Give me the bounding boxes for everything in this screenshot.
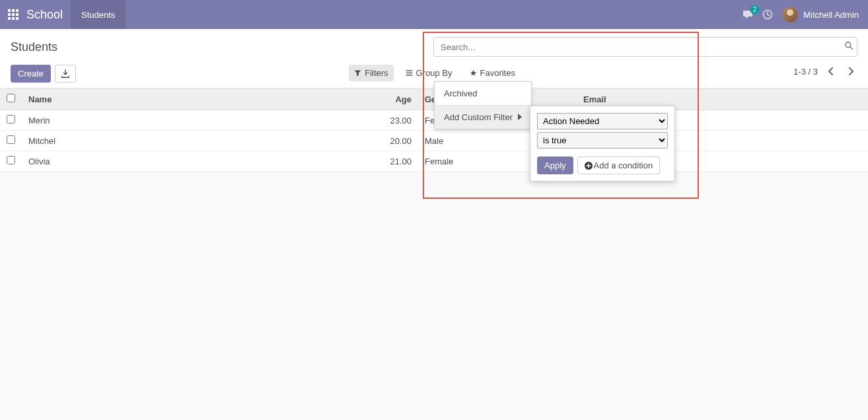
favorites-label: Favorites (480, 68, 515, 78)
select-all-checkbox[interactable] (7, 94, 15, 102)
svg-rect-3 (8, 13, 11, 16)
caret-right-icon (518, 112, 522, 122)
svg-rect-13 (406, 73, 412, 73)
brand-title[interactable]: School (26, 0, 71, 29)
cell-name: Merin (22, 110, 365, 131)
messages-icon[interactable]: 2 (742, 9, 753, 20)
cp-buttons: Create (11, 65, 76, 83)
filters-toggle[interactable]: Filters (349, 65, 393, 81)
header-name[interactable]: Name (22, 88, 365, 110)
activities-icon[interactable] (762, 9, 773, 20)
add-condition-label: Add a condition (594, 160, 653, 170)
search-options: Filters Group By Favorites (349, 65, 521, 81)
filter-add-custom-label: Add Custom Filter (444, 112, 513, 122)
header-age[interactable]: Age (365, 88, 418, 110)
svg-rect-12 (406, 70, 412, 71)
groupby-label: Group By (416, 68, 452, 78)
pager-text: 1-3 / 3 (793, 67, 818, 77)
pager: 1-3 / 3 (793, 65, 857, 78)
custom-filter-buttons: Apply Add a condition (537, 157, 668, 172)
search-input[interactable] (433, 37, 857, 57)
pager-prev[interactable] (824, 65, 838, 78)
cell-name: Mitchel (22, 131, 365, 151)
filter-archived[interactable]: Archived (435, 82, 531, 105)
control-panel: Students Create Filters Group By (0, 29, 868, 88)
import-button[interactable] (55, 65, 76, 83)
svg-rect-0 (8, 9, 11, 12)
user-menu[interactable]: Mitchell Admin (782, 7, 859, 22)
main-navbar: School Students 2 Mitchell Admin (0, 0, 868, 29)
cell-age: 23.00 (365, 110, 418, 131)
svg-rect-6 (8, 17, 11, 20)
row-checkbox[interactable] (7, 156, 15, 164)
cell-name: Olivia (22, 151, 365, 172)
plus-icon (585, 162, 593, 170)
filter-dropdown: Archived Add Custom Filter (434, 81, 532, 129)
header-checkbox-cell (0, 88, 22, 110)
nav-menu-students[interactable]: Students (71, 0, 126, 29)
cell-age: 20.00 (365, 131, 418, 151)
table-row[interactable]: Olivia 21.00 Female (0, 151, 868, 172)
search-icon[interactable] (844, 41, 853, 52)
pager-next[interactable] (844, 65, 857, 78)
navbar-right: 2 Mitchell Admin (742, 0, 868, 29)
favorites-toggle[interactable]: Favorites (464, 65, 521, 81)
svg-rect-4 (12, 13, 15, 16)
svg-rect-7 (12, 17, 15, 20)
navbar-left: School Students (0, 0, 126, 29)
cell-age: 21.00 (365, 151, 418, 172)
page-title: Students (11, 40, 57, 54)
groupby-toggle[interactable]: Group By (400, 65, 458, 81)
custom-filter-panel: Action Needed is true Apply Add a condit… (530, 106, 675, 172)
table-row[interactable]: Mitchel 20.00 Male (0, 131, 868, 151)
apps-icon[interactable] (0, 0, 26, 29)
apply-button[interactable]: Apply (537, 157, 573, 172)
create-button[interactable]: Create (11, 65, 51, 83)
avatar (782, 7, 798, 22)
svg-rect-14 (406, 75, 412, 75)
messages-badge: 2 (750, 5, 760, 14)
svg-rect-8 (16, 17, 18, 20)
search-wrap (433, 37, 857, 57)
add-condition-button[interactable]: Add a condition (577, 157, 661, 172)
filter-add-custom[interactable]: Add Custom Filter (435, 106, 531, 129)
svg-line-11 (850, 47, 853, 50)
username-label: Mitchell Admin (803, 10, 859, 20)
row-checkbox[interactable] (7, 135, 15, 144)
filter-field-select[interactable]: Action Needed (537, 113, 668, 129)
svg-rect-1 (12, 9, 15, 12)
svg-rect-5 (16, 13, 18, 16)
filters-label: Filters (365, 68, 388, 78)
filter-operator-select[interactable]: is true (537, 132, 668, 149)
row-checkbox[interactable] (7, 115, 15, 123)
svg-rect-2 (16, 9, 18, 12)
